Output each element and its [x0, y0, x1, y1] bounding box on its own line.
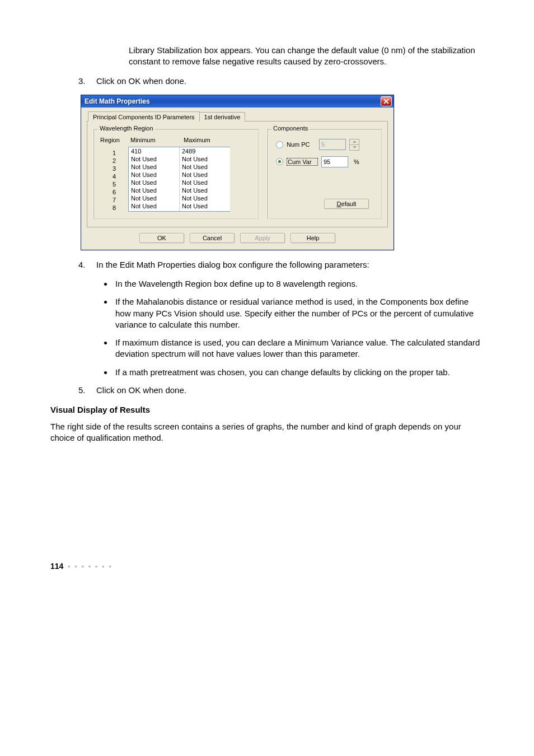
visual-display-heading: Visual Display of Results [50, 405, 484, 414]
col-maximum: Maximum [184, 137, 210, 143]
step-5: 5. Click on OK when done. [78, 385, 484, 396]
numpc-label: Num PC [287, 141, 316, 148]
step-4: 4. In the Edit Math Properties dialog bo… [78, 259, 484, 270]
components-group: Components Num PC 5 Cum Var 95 [266, 128, 382, 219]
col-region: Region [100, 137, 130, 143]
col-minimum: Minimum [130, 137, 184, 143]
cumvar-label: Cum Var [287, 158, 318, 166]
close-button[interactable] [381, 96, 392, 106]
cancel-button[interactable]: Cancel [190, 233, 235, 243]
maximum-column[interactable]: 2489 Not Used Not Used Not Used Not Used… [180, 147, 230, 211]
step-3-number: 3. [78, 76, 96, 87]
components-legend: Components [271, 125, 310, 132]
apply-button: Apply [240, 233, 285, 243]
bullet-item: If a math pretreatment was chosen, you c… [113, 367, 484, 378]
chevron-up-icon [353, 141, 357, 143]
step-4-bullets: In the Wavelength Region box define up t… [50, 278, 484, 378]
wavelength-table[interactable]: 410 Not Used Not Used Not Used Not Used … [128, 147, 230, 212]
wavelength-legend: Wavelength Region [98, 125, 155, 132]
wavelength-region-group: Wavelength Region Region Minimum Maximum… [93, 128, 259, 219]
region-numbers: 1 2 3 4 5 6 7 8 [100, 147, 128, 212]
numpc-radio[interactable] [276, 141, 283, 148]
bullet-item: In the Wavelength Region box define up t… [113, 278, 484, 290]
numpc-spinner [349, 139, 359, 151]
step-4-number: 4. [78, 259, 96, 270]
step-3-text: Click on OK when done. [96, 76, 484, 87]
dialog-title: Edit Math Properties [85, 97, 381, 105]
step-5-text: Click on OK when done. [96, 385, 484, 396]
cumvar-radio[interactable] [276, 158, 283, 165]
minimum-column[interactable]: 410 Not Used Not Used Not Used Not Used … [129, 147, 180, 211]
visual-display-paragraph: The right side of the results screen con… [50, 421, 484, 444]
tab-principal-components[interactable]: Principal Components ID Parameters [88, 111, 200, 122]
tab-1st-derivative[interactable]: 1st derivative [199, 112, 246, 122]
cumvar-field[interactable]: 95 [321, 156, 348, 167]
default-button[interactable]: Default [324, 199, 369, 209]
bullet-item: If the Mahalanobis distance or residual … [113, 296, 484, 330]
chevron-down-icon [353, 146, 357, 148]
step-3: 3. Click on OK when done. [78, 76, 484, 87]
footer-dots: ▪ ▪ ▪ ▪ ▪ ▪ ▪ [68, 562, 113, 571]
page-number: 114 [50, 562, 63, 571]
bullet-item: If maximum distance is used, you can dec… [113, 337, 484, 360]
step-4-text: In the Edit Math Properties dialog box c… [96, 259, 484, 270]
percent-label: % [354, 158, 359, 165]
help-button[interactable]: Help [291, 233, 335, 243]
step-5-number: 5. [78, 385, 96, 396]
page-footer: 114 ▪ ▪ ▪ ▪ ▪ ▪ ▪ [50, 562, 484, 571]
ok-button[interactable]: OK [139, 233, 184, 243]
edit-math-properties-dialog: Edit Math Properties Principal Component… [81, 95, 394, 250]
numpc-field: 5 [319, 139, 346, 150]
tab-strip: Principal Components ID Parameters 1st d… [87, 111, 388, 122]
close-icon [383, 99, 389, 104]
intro-paragraph: Library Stabilization box appears. You c… [129, 45, 484, 68]
dialog-titlebar[interactable]: Edit Math Properties [81, 95, 394, 108]
